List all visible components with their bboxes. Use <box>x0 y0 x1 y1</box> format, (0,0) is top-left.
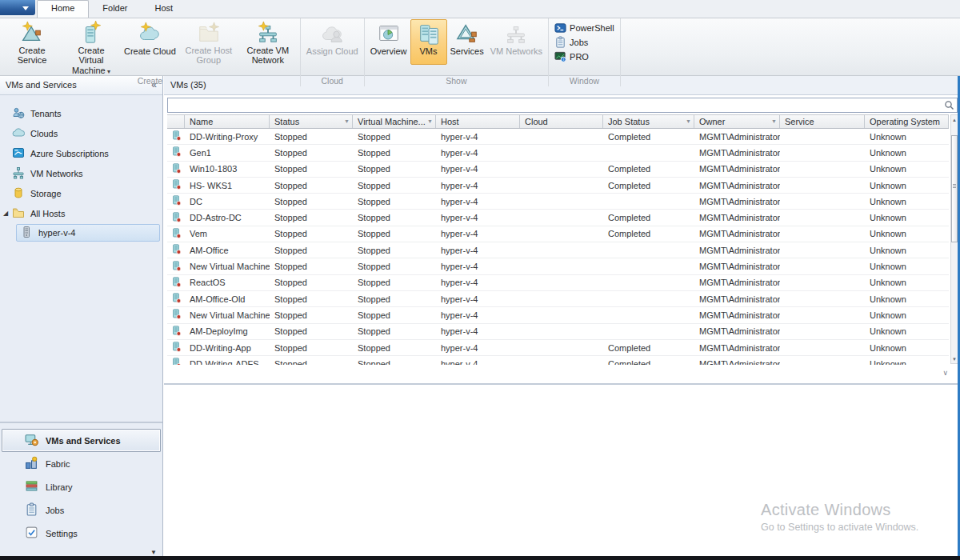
ribbon-group-label: Create <box>0 76 300 86</box>
table-row[interactable]: Gen1StoppedStoppedhyper-v-4MGMT\Administ… <box>167 145 949 161</box>
nav-item-vms-and-services[interactable]: VMs and Services <box>2 429 161 452</box>
table-row[interactable]: AM-Office-OldStoppedStoppedhyper-v-4MGMT… <box>167 291 949 307</box>
filter-chevron-icon[interactable]: ▼ <box>427 118 433 124</box>
overview-button[interactable]: Overview <box>367 19 410 65</box>
column-header-host[interactable]: Host <box>436 115 520 128</box>
cell-name: Gen1 <box>185 145 270 160</box>
create-cloud-button[interactable]: Create Cloud <box>121 19 179 65</box>
sidebar-item-vm-networks[interactable]: VM Networks <box>0 163 162 183</box>
scroll-up-icon[interactable]: ▲ <box>951 115 958 124</box>
nav-item-library[interactable]: Library <box>2 475 161 498</box>
chevron-down-icon <box>22 6 29 14</box>
services-button[interactable]: Services <box>447 19 487 65</box>
sidebar-item-azure-subscriptions[interactable]: Azure Subscriptions <box>0 143 162 163</box>
column-header-virtual-machine[interactable]: Virtual Machine...▼ <box>353 115 436 128</box>
table-row[interactable]: DD-Writing-ProxyStoppedStoppedhyper-v-4C… <box>167 129 949 145</box>
table-row[interactable]: AM-DeployImgStoppedStoppedhyper-v-4MGMT\… <box>167 324 949 340</box>
button-label: Create Virtual Machine ▾ <box>65 46 118 76</box>
cell-name: ReactOS <box>185 275 270 290</box>
ribbon: Create ServiceCreate Virtual Machine ▾Cr… <box>0 18 960 76</box>
table-row[interactable]: DD-Writing-AppStoppedStoppedhyper-v-4Com… <box>167 340 949 356</box>
cell-os: Unknown <box>865 226 949 242</box>
sidebar: VMs and Services « TenantsCloudsAzure Su… <box>0 76 163 556</box>
jobs-button[interactable]: Jobs <box>554 35 614 50</box>
ribbon-tabs: HomeFolderHost <box>37 0 186 18</box>
filter-chevron-icon[interactable]: ▼ <box>771 118 777 124</box>
nav-item-jobs[interactable]: Jobs <box>2 498 161 522</box>
vms-button[interactable]: VMs <box>410 19 447 65</box>
table-row[interactable]: DCStoppedStoppedhyper-v-4MGMT\Administra… <box>167 194 949 210</box>
sidebar-item-hyper-v-4[interactable]: hyper-v-4 <box>16 224 160 242</box>
filter-chevron-icon[interactable]: ▼ <box>344 118 350 124</box>
create-vm-network-icon <box>256 21 280 45</box>
nav-item-settings[interactable]: Settings <box>2 522 161 545</box>
cell-cloud <box>520 291 603 306</box>
column-header-cloud[interactable]: Cloud <box>520 115 603 128</box>
table-body: DD-Writing-ProxyStoppedStoppedhyper-v-4C… <box>167 129 949 365</box>
cell-vm_status: Stopped <box>353 258 436 274</box>
cell-cloud <box>520 356 603 365</box>
cell-status: Stopped <box>270 129 353 144</box>
table-row[interactable]: AM-OfficeStoppedStoppedhyper-v-4MGMT\Adm… <box>167 242 949 258</box>
cell-vm_status: Stopped <box>353 356 436 365</box>
sidebar-item-all-hosts[interactable]: ◢All Hosts <box>0 203 162 223</box>
create-vm-network-button[interactable]: Create VM Network <box>238 19 298 65</box>
pro-button[interactable]: iPRO <box>554 50 614 64</box>
cell-name: DD-Astro-DC <box>185 210 270 225</box>
table-row[interactable]: DD-Astro-DCStoppedStoppedhyper-v-4Comple… <box>167 210 949 226</box>
table-row[interactable]: New Virtual MachineStoppedStoppedhyper-v… <box>167 258 949 274</box>
column-header-status[interactable]: Status▼ <box>270 115 353 128</box>
column-header-operating-system[interactable]: Operating System <box>865 115 949 128</box>
search-icon[interactable] <box>944 100 954 110</box>
nav-item-label: Jobs <box>46 506 64 515</box>
vm-row-icon <box>171 326 182 338</box>
details-pane-chevron-icon[interactable]: ∨ <box>942 369 948 377</box>
column-header-owner[interactable]: Owner▼ <box>694 115 780 128</box>
column-header-icon[interactable] <box>167 115 185 128</box>
cell-service <box>780 194 865 209</box>
search-input[interactable] <box>168 98 957 112</box>
column-header-name[interactable]: Name <box>185 115 270 128</box>
sidebar-item-clouds[interactable]: Clouds <box>0 123 162 143</box>
ribbon-group-label: Show <box>365 76 548 86</box>
cell-owner: MGMT\Administrator <box>694 226 780 242</box>
sidebar-item-tenants[interactable]: Tenants <box>0 103 162 123</box>
cell-owner: MGMT\Administrator <box>694 258 780 274</box>
expander-icon[interactable]: ◢ <box>3 210 8 217</box>
scroll-down-icon[interactable]: ▼ <box>951 354 958 363</box>
cell-name: New Virtual Machine <box>185 307 270 322</box>
quick-access-toolbar-button[interactable] <box>0 0 35 15</box>
tab-home[interactable]: Home <box>37 0 89 18</box>
table-row[interactable]: DD-Writing-ADFSStoppedStoppedhyper-v-4Co… <box>167 356 949 365</box>
folder-icon <box>12 206 25 221</box>
cell-status: Stopped <box>270 340 353 355</box>
create-service-icon <box>20 21 44 45</box>
table-row[interactable]: HS- WKS1StoppedStoppedhyper-v-4Completed… <box>167 178 949 194</box>
cell-service <box>780 226 865 242</box>
table-row[interactable]: Win10-1803StoppedStoppedhyper-v-4Complet… <box>167 162 949 178</box>
nav-item-fabric[interactable]: Fabric <box>2 452 161 475</box>
nav-overflow-chevron-icon[interactable]: ▼ <box>150 549 157 556</box>
tab-host[interactable]: Host <box>142 0 187 18</box>
tab-folder[interactable]: Folder <box>89 0 141 18</box>
column-header-job-status[interactable]: Job Status▼ <box>603 115 694 128</box>
vm-status-icon-cell <box>167 226 185 242</box>
azure-icon <box>12 146 25 161</box>
create-service-button[interactable]: Create Service <box>2 19 62 65</box>
create-vm-icon <box>79 21 103 45</box>
details-pane-splitter[interactable] <box>164 383 958 385</box>
sidebar-item-storage[interactable]: Storage <box>0 183 162 203</box>
cell-service <box>780 210 865 225</box>
create-virtual-machine-button[interactable]: Create Virtual Machine ▾ <box>62 19 121 65</box>
window-bottom-edge <box>0 556 960 560</box>
table-row[interactable]: ReactOSStoppedStoppedhyper-v-4MGMT\Admin… <box>167 275 949 291</box>
sidebar-item-label: Storage <box>30 189 62 198</box>
table-row[interactable]: VemStoppedStoppedhyper-v-4CompletedMGMT\… <box>167 226 949 242</box>
filter-chevron-icon[interactable]: ▼ <box>686 118 691 124</box>
scrollbar-thumb[interactable] <box>951 135 958 242</box>
vm-row-icon <box>171 342 182 354</box>
column-header-service[interactable]: Service <box>780 115 865 128</box>
powershell-button[interactable]: PowerShell <box>554 21 614 35</box>
table-row[interactable]: New Virtual MachineStoppedStoppedhyper-v… <box>167 307 949 323</box>
button-label: VMs <box>420 46 438 56</box>
